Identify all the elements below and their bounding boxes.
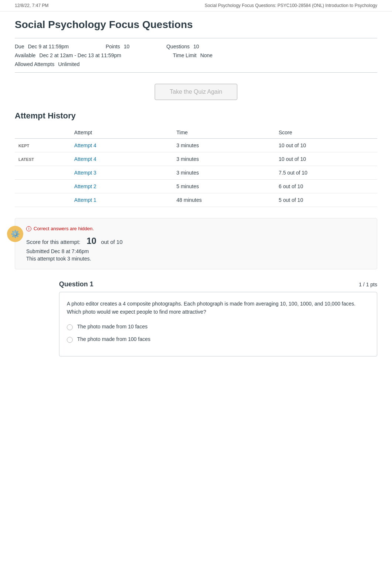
points-value: 10: [124, 44, 130, 49]
due-value: Dec 9 at 11:59pm: [28, 44, 69, 49]
attempt-label-cell: KEPT: [15, 139, 71, 152]
attempt-history-title: Attempt History: [15, 111, 377, 121]
points-label: Points: [106, 44, 120, 49]
attempt-link-cell[interactable]: Attempt 3: [71, 166, 173, 180]
attempt-time-cell: 3 minutes: [173, 152, 275, 166]
table-row: LATESTAttempt 43 minutes10 out of 10: [15, 152, 377, 166]
info-icon: i: [26, 226, 31, 231]
attempt-label-cell: LATEST: [15, 152, 71, 166]
attempt-link-cell[interactable]: Attempt 4: [71, 139, 173, 152]
col-header-score: Score: [275, 127, 377, 139]
attempt-label-cell: [15, 166, 71, 180]
attempts-label: Allowed Attempts: [15, 61, 54, 67]
attempt-link-cell[interactable]: Attempt 1: [71, 193, 173, 207]
breadcrumb: Social Psychology Focus Questions: PSYC1…: [204, 3, 377, 8]
table-row: Attempt 33 minutes7.5 out of 10: [15, 166, 377, 180]
question-block: Question 1 1 / 1 pts A photo editor crea…: [59, 280, 377, 356]
answer-text: The photo made from 100 faces: [77, 336, 150, 342]
attempt-history-table: Attempt Time Score KEPTAttempt 43 minute…: [15, 127, 377, 207]
answer-text: The photo made from 10 faces: [77, 324, 148, 330]
attempt-time-cell: 3 minutes: [173, 139, 275, 152]
radio-button[interactable]: [67, 337, 73, 343]
quiz-meta: Due Dec 9 at 11:59pm Points 10 Questions…: [15, 38, 377, 73]
take-quiz-container: Take the Quiz Again: [15, 84, 377, 100]
attempt-score-cell: 10 out of 10: [275, 139, 377, 152]
radio-button[interactable]: [67, 324, 73, 330]
question-pts: 1 / 1 pts: [359, 282, 377, 287]
attempt-label-cell: [15, 180, 71, 193]
attempt-time-cell: 5 minutes: [173, 180, 275, 193]
attempt-score-cell: 10 out of 10: [275, 152, 377, 166]
table-row: KEPTAttempt 43 minutes10 out of 10: [15, 139, 377, 152]
answer-option[interactable]: The photo made from 10 faces: [67, 324, 369, 330]
top-bar: 12/8/22, 7:47 PM Social Psychology Focus…: [0, 0, 392, 11]
question-text: A photo editor creates a 4 composite pho…: [67, 300, 369, 316]
attempt-score-cell: 5 out of 10: [275, 193, 377, 207]
avatar: ⚙️: [7, 226, 23, 242]
available-value: Dec 2 at 12am - Dec 13 at 11:59pm: [39, 52, 121, 58]
score-line: Score for this attempt: 10 out of 10: [26, 236, 366, 246]
attempt-time-cell: 48 minutes: [173, 193, 275, 207]
attempt-score-cell: 7.5 out of 10: [275, 166, 377, 180]
take-quiz-button[interactable]: Take the Quiz Again: [155, 84, 237, 100]
table-row: Attempt 25 minutes6 out of 10: [15, 180, 377, 193]
questions-label: Questions: [166, 44, 190, 49]
submitted-line: Submitted Dec 8 at 7:46pm: [26, 248, 366, 254]
timelimit-label: Time Limit: [173, 52, 196, 58]
took-line: This attempt took 3 minutes.: [26, 256, 366, 262]
due-label: Due: [15, 44, 24, 49]
attempt-link-cell[interactable]: Attempt 4: [71, 152, 173, 166]
datetime: 12/8/22, 7:47 PM: [15, 3, 48, 8]
attempts-value: Unlimited: [58, 61, 79, 67]
col-header-label: [15, 127, 71, 139]
attempt-time-cell: 3 minutes: [173, 166, 275, 180]
timelimit-value: None: [200, 52, 212, 58]
score-number: 10: [86, 236, 96, 246]
col-header-time: Time: [173, 127, 275, 139]
available-label: Available: [15, 52, 36, 58]
question-title: Question 1: [59, 280, 93, 288]
attempt-label-cell: [15, 193, 71, 207]
page-title: Social Psychology Focus Questions: [15, 19, 377, 31]
answer-option[interactable]: The photo made from 100 faces: [67, 336, 369, 343]
col-header-attempt: Attempt: [71, 127, 173, 139]
questions-value: 10: [193, 44, 199, 49]
table-row: Attempt 148 minutes5 out of 10: [15, 193, 377, 207]
attempt-link-cell[interactable]: Attempt 2: [71, 180, 173, 193]
attempt-score-cell: 6 out of 10: [275, 180, 377, 193]
correct-answers-hidden-notice: i Correct answers are hidden.: [26, 226, 366, 231]
result-box: ⚙️ i Correct answers are hidden. Score f…: [15, 218, 377, 269]
